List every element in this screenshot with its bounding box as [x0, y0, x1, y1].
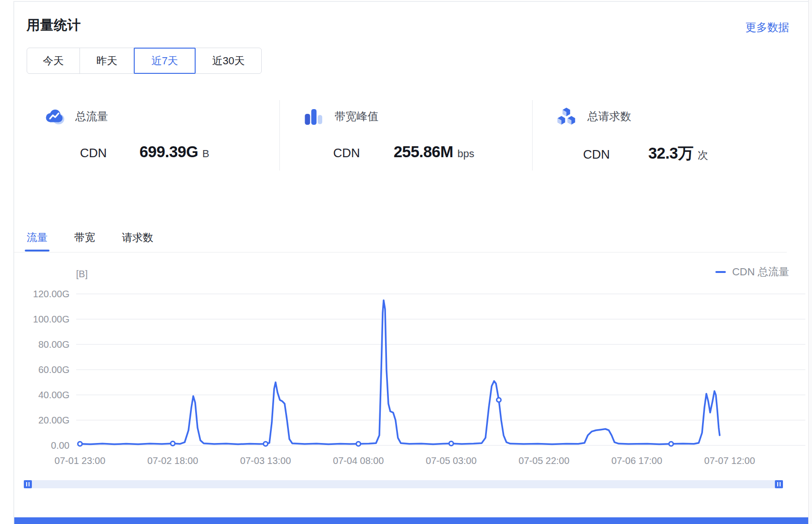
svg-text:07-02 18:00: 07-02 18:00: [148, 455, 198, 466]
stat-value-row: CDN 32.3万 次: [583, 143, 708, 164]
range-tab-today[interactable]: 今天: [27, 48, 80, 74]
next-section-bar: [14, 517, 808, 524]
svg-text:07-03 13:00: 07-03 13:00: [240, 455, 291, 466]
svg-text:07-06 17:00: 07-06 17:00: [612, 455, 663, 466]
svg-text:20.00G: 20.00G: [38, 415, 69, 425]
svg-text:100.00G: 100.00G: [33, 314, 69, 324]
stat-value: 255.86M: [394, 143, 453, 161]
usage-stats-panel: 用量统计 更多数据 今天 昨天 近7天 近30天 总流量 CDN 699.3: [0, 0, 812, 524]
svg-text:07-05 03:00: 07-05 03:00: [426, 455, 477, 466]
requests-cubes-icon: [556, 106, 577, 127]
stat-value-row: CDN 699.39G B: [80, 143, 209, 161]
svg-text:60.00G: 60.00G: [38, 364, 69, 375]
bandwidth-bars-icon: [303, 106, 324, 127]
stat-label: 总请求数: [587, 106, 631, 127]
svg-text:80.00G: 80.00G: [38, 339, 69, 350]
stat-value: 699.39G: [139, 143, 198, 161]
stat-value-row: CDN 255.86M bps: [333, 143, 474, 161]
stat-label: 带宽峰值: [335, 106, 378, 127]
datazoom-right-handle[interactable]: [775, 480, 783, 488]
stats-row: 总流量 CDN 699.39G B 带宽峰值 CDN 255.86M bps: [0, 94, 812, 173]
page-title: 用量统计: [27, 16, 81, 34]
stat-product: CDN: [333, 146, 394, 161]
stat-product: CDN: [80, 146, 139, 161]
stat-label: 总流量: [75, 106, 108, 127]
more-data-link[interactable]: 更多数据: [745, 20, 789, 35]
svg-text:07-04 08:00: 07-04 08:00: [333, 455, 384, 466]
tab-bandwidth[interactable]: 带宽: [74, 231, 95, 245]
datazoom-track[interactable]: [24, 480, 783, 488]
stat-divider: [532, 100, 533, 171]
stat-divider: [279, 100, 280, 171]
svg-text:07-01 23:00: 07-01 23:00: [55, 455, 106, 466]
metric-tabs: 流量 带宽 请求数: [27, 231, 180, 245]
range-tab-yesterday[interactable]: 昨天: [79, 48, 134, 74]
svg-text:07-05 22:00: 07-05 22:00: [519, 455, 570, 466]
stat-value: 32.3万: [648, 143, 693, 164]
stat-product: CDN: [583, 147, 648, 162]
date-range-tabs: 今天 昨天 近7天 近30天: [27, 48, 262, 74]
traffic-cloud-icon: [44, 106, 65, 127]
stat-unit: B: [202, 148, 209, 160]
tab-traffic[interactable]: 流量: [27, 231, 48, 245]
usage-line-chart[interactable]: 0.0020.00G40.00G60.00G80.00G100.00G120.0…: [0, 257, 812, 472]
datazoom-left-handle[interactable]: [24, 480, 32, 488]
svg-text:0.00: 0.00: [51, 440, 69, 451]
tab-requests[interactable]: 请求数: [122, 231, 153, 245]
active-tab-underline: [25, 250, 50, 252]
panel-top-border: [13, 1, 812, 2]
range-tab-last30days[interactable]: 近30天: [195, 48, 262, 74]
stat-unit: 次: [698, 148, 708, 162]
stat-unit: bps: [457, 148, 474, 160]
range-tab-last7days[interactable]: 近7天: [134, 48, 196, 74]
svg-text:07-07 12:00: 07-07 12:00: [704, 455, 755, 466]
svg-text:40.00G: 40.00G: [38, 390, 69, 400]
svg-text:120.00G: 120.00G: [33, 289, 69, 299]
svg-text:[B]: [B]: [76, 269, 88, 279]
tabs-bottom-border: [13, 252, 787, 252]
